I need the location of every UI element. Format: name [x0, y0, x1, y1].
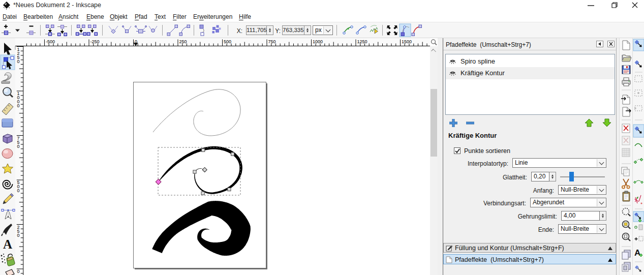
svg-text:A: A — [634, 248, 640, 258]
svg-text:0: 0 — [17, 59, 20, 64]
svg-text:-250: -250 — [90, 39, 100, 44]
svg-text:0: 0 — [17, 233, 20, 238]
svg-text:-500: -500 — [46, 39, 55, 44]
svg-text:0: 0 — [17, 269, 20, 274]
svg-text:1250: 1250 — [357, 39, 367, 44]
svg-text:1500: 1500 — [402, 39, 412, 44]
svg-text:750: 750 — [268, 39, 276, 44]
svg-text:0: 0 — [17, 103, 20, 108]
svg-text:250: 250 — [179, 39, 187, 44]
svg-text:0: 0 — [17, 144, 20, 149]
svg-text:0: 0 — [17, 188, 20, 193]
svg-text:1000: 1000 — [313, 39, 323, 44]
svg-text:500: 500 — [224, 39, 231, 44]
